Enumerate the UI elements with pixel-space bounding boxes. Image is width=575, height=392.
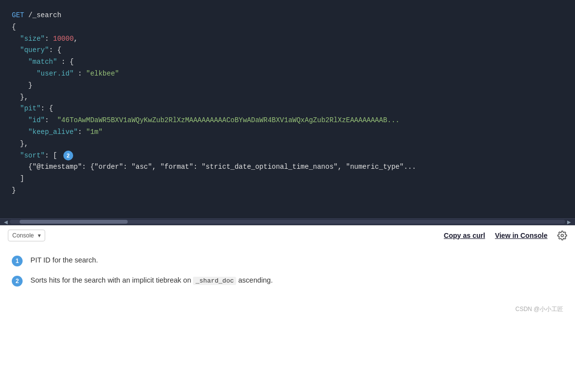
http-method: GET (12, 11, 24, 19)
val-id: "46ToAwMDaWR5BXV1aWQyKwZub2RlXzMAAAAAAAA… (57, 116, 399, 124)
endpoint: /_search (28, 11, 61, 19)
notes-section: 1 PIT ID for the search. 2 Sorts hits fo… (0, 245, 575, 305)
scrollbar-row[interactable]: ◀ ▶ (0, 218, 575, 225)
gear-icon[interactable] (557, 231, 567, 240)
key-id: "id" (28, 116, 45, 124)
copy-curl-button[interactable]: Copy as curl (444, 232, 485, 239)
key-size: "size" (20, 35, 45, 43)
key-keepalive: "keep_alive" (28, 128, 78, 136)
key-userid: "user.id" (36, 70, 74, 78)
sort-value: {"@timestamp": {"order": "asc", "format"… (28, 163, 416, 171)
view-in-console-button[interactable]: View in Console (495, 232, 548, 239)
val-userid: "elkbee" (86, 70, 119, 78)
key-query: "query" (20, 46, 49, 54)
note-badge-2: 2 (12, 276, 23, 287)
code-content[interactable]: GET /_search { "size": 10000, "query": {… (12, 10, 563, 209)
console-select-label: Console (12, 232, 34, 239)
scroll-right-arrow[interactable]: ▶ (565, 219, 573, 225)
note-item-1: 1 PIT ID for the search. (12, 255, 563, 266)
console-select[interactable]: Console ▾ (8, 230, 45, 241)
chevron-down-icon: ▾ (38, 232, 41, 239)
sort-badge: 2 (63, 151, 73, 160)
val-keepalive: "1m" (86, 128, 103, 136)
key-match: "match" (28, 58, 57, 66)
val-size: 10000 (53, 35, 74, 43)
scroll-left-arrow[interactable]: ◀ (2, 219, 10, 225)
brace-open: { (12, 23, 16, 31)
scrollbar-track[interactable] (10, 220, 565, 224)
watermark-text: CSDN @小小工匠 (515, 306, 563, 313)
toolbar: Console ▾ Copy as curl View in Console (0, 225, 575, 245)
inline-code-shard-doc: _shard_doc (193, 277, 236, 285)
note-text-2: Sorts hits for the search with an implic… (30, 275, 273, 286)
key-pit: "pit" (20, 105, 41, 112)
toolbar-actions: Copy as curl View in Console (444, 231, 567, 240)
watermark: CSDN @小小工匠 (0, 305, 575, 321)
key-sort: "sort" (20, 152, 45, 159)
scrollbar-thumb[interactable] (20, 220, 128, 224)
note-text-1: PIT ID for the search. (30, 255, 98, 266)
svg-point-0 (561, 234, 564, 236)
code-panel: GET /_search { "size": 10000, "query": {… (0, 0, 575, 218)
note-badge-1: 1 (12, 256, 23, 266)
note-item-2: 2 Sorts hits for the search with an impl… (12, 275, 563, 287)
